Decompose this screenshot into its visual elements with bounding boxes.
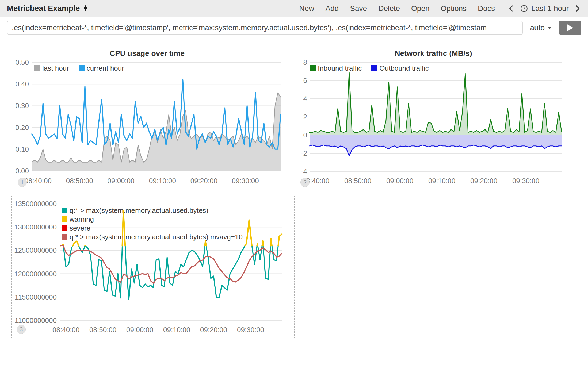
time-back-button[interactable] [508, 3, 515, 14]
network-chart-title: Network traffic (MB/s) [300, 49, 567, 58]
nav-open[interactable]: Open [411, 4, 430, 13]
network-chart-legend: Inbound trafficOutbound traffic [310, 64, 429, 72]
x-tick-label: 09:00:00 [108, 177, 135, 185]
play-icon [567, 24, 573, 32]
panel-number-badge: 3 [17, 325, 26, 334]
x-tick-label: 09:00:00 [386, 177, 413, 185]
nav-add[interactable]: Add [326, 4, 339, 13]
y-tick-label: 11500000000 [15, 293, 57, 301]
legend-item: Inbound traffic [310, 64, 362, 72]
y-tick-label: 0.00 [15, 167, 29, 175]
chevron-right-icon [575, 5, 580, 13]
legend-swatch [62, 234, 67, 240]
y-tick-label: 4 [303, 95, 307, 103]
legend-item: current hour [79, 64, 124, 72]
legend-item: severe [62, 224, 243, 232]
y-tick-label: 0.30 [15, 102, 29, 110]
y-tick-label: 0.10 [15, 145, 29, 153]
series-warning-segment [249, 220, 252, 246]
x-tick-label: 09:30:00 [237, 326, 264, 334]
chevron-left-icon [509, 5, 514, 13]
legend-label: Outbound traffic [379, 64, 429, 72]
y-tick-label: 12500000000 [14, 246, 57, 254]
legend-label: q:* > max(system.memory.actual.used.byte… [70, 206, 208, 214]
y-tick-label: 0.50 [15, 58, 29, 66]
x-tick-label: 09:10:00 [428, 177, 455, 185]
y-tick-label: 0 [303, 131, 307, 139]
cpu-chart[interactable]: 0.000.100.200.300.400.5008:40:0008:50:00… [8, 57, 286, 187]
legend-swatch [62, 208, 67, 213]
legend-label: q:* > max(system.memory.actual.used.byte… [70, 233, 243, 241]
legend-swatch [310, 65, 316, 71]
x-tick-label: 09:10:00 [163, 326, 190, 334]
legend-swatch [62, 225, 67, 231]
legend-swatch [371, 65, 377, 71]
nav-docs[interactable]: Docs [478, 4, 495, 13]
time-forward-button[interactable] [574, 3, 581, 14]
chart-panel-cpu[interactable]: CPU usage over time last hourcurrent hou… [8, 48, 286, 189]
timepicker-label: Last 1 hour [531, 4, 569, 13]
x-tick-label: 09:30:00 [232, 177, 259, 185]
legend-item: q:* > max(system.memory.actual.used.byte… [62, 233, 243, 241]
legend-swatch [79, 65, 85, 71]
interval-select[interactable]: auto [528, 24, 555, 32]
panel-number-badge: 1 [18, 178, 27, 187]
legend-label: warning [70, 215, 94, 223]
legend-label: severe [70, 224, 90, 232]
nav-new[interactable]: New [299, 4, 314, 13]
y-tick-label: -4 [301, 167, 307, 175]
y-tick-label: 13500000000 [14, 200, 57, 208]
y-tick-label: -2 [301, 149, 307, 157]
series-area-Outbound-traffic [310, 135, 562, 156]
topbar: Metricbeat Example New Add Save Delete O… [0, 0, 588, 17]
series-warning-segment [278, 236, 279, 246]
series-area-last-hour [32, 93, 281, 171]
y-tick-label: 11000000000 [15, 316, 57, 324]
series-warning-segment [257, 243, 258, 246]
legend-label: last hour [42, 64, 69, 72]
y-tick-label: 0.20 [15, 124, 29, 132]
y-tick-label: 6 [303, 76, 307, 85]
chart-panel-memory-selected[interactable]: q:* > max(system.memory.actual.used.byte… [11, 196, 295, 338]
expression-bar: auto [0, 17, 588, 35]
x-tick-label: 08:50:00 [66, 177, 93, 185]
legend-item: q:* > max(system.memory.actual.used.byte… [62, 206, 243, 214]
run-button[interactable] [559, 21, 581, 35]
x-tick-label: 08:40:00 [52, 326, 79, 334]
legend-item: last hour [34, 64, 69, 72]
legend-item: Outbound traffic [371, 64, 429, 72]
bolt-icon [83, 5, 88, 13]
x-tick-label: 09:20:00 [190, 177, 217, 185]
app-title: Metricbeat Example [7, 4, 88, 13]
x-tick-label: 09:10:00 [149, 177, 176, 185]
legend-swatch [62, 216, 67, 222]
nav-delete[interactable]: Delete [378, 4, 400, 13]
interval-label: auto [530, 24, 545, 32]
query-input[interactable] [7, 21, 523, 35]
x-tick-label: 09:00:00 [126, 326, 153, 334]
top-navigation: New Add Save Delete Open Options Docs [299, 4, 495, 13]
cpu-chart-title: CPU usage over time [8, 49, 286, 58]
x-tick-label: 08:50:00 [89, 326, 116, 334]
y-tick-label: 13000000000 [14, 223, 57, 231]
timepicker-button[interactable]: Last 1 hour [520, 4, 569, 13]
chart-panel-network[interactable]: Network traffic (MB/s) Inbound trafficOu… [300, 48, 567, 189]
legend-item: warning [62, 215, 243, 223]
x-tick-label: 09:30:00 [512, 177, 539, 185]
y-tick-label: 12000000000 [14, 270, 57, 278]
x-tick-label: 08:50:00 [344, 177, 371, 185]
x-tick-label: 08:40:00 [25, 177, 52, 185]
panel-number-badge: 2 [300, 178, 310, 187]
series-warning-segment [271, 239, 272, 246]
legend-swatch [34, 65, 40, 71]
series-warning-segment [77, 241, 79, 246]
app-title-text: Metricbeat Example [7, 4, 80, 13]
series-warning-segment [246, 220, 249, 243]
series-warning-segment [279, 234, 282, 236]
network-chart[interactable]: -4-20246808:40:0008:50:0009:00:0009:10:0… [300, 57, 567, 187]
nav-save[interactable]: Save [350, 4, 367, 13]
legend-label: Inbound traffic [318, 64, 362, 72]
y-tick-label: 8 [303, 58, 307, 66]
x-tick-label: 09:20:00 [200, 326, 227, 334]
nav-options[interactable]: Options [441, 4, 467, 13]
